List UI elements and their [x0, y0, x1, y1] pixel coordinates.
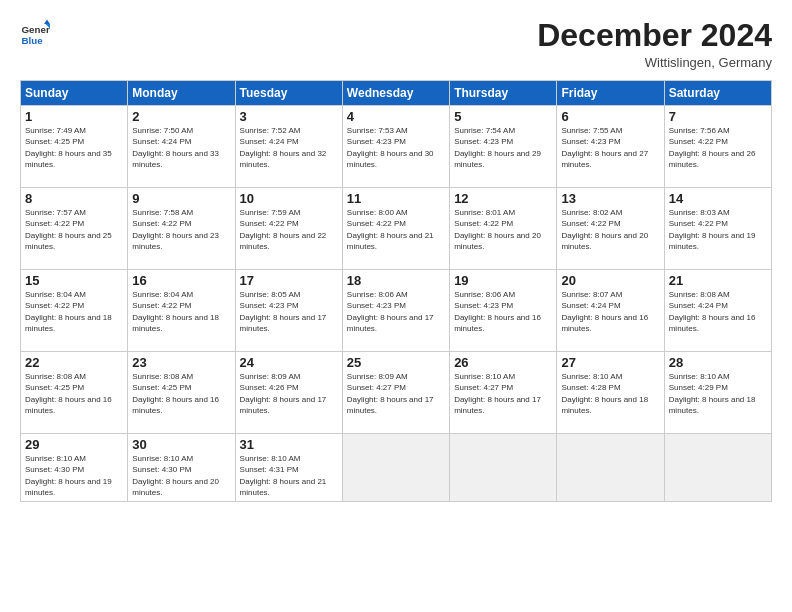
- day-number: 8: [25, 191, 123, 206]
- title-block: December 2024 Wittislingen, Germany: [537, 18, 772, 70]
- calendar-day-cell: 1Sunrise: 7:49 AMSunset: 4:25 PMDaylight…: [21, 106, 128, 188]
- calendar-week-row: 22Sunrise: 8:08 AMSunset: 4:25 PMDayligh…: [21, 352, 772, 434]
- calendar-day-cell: [342, 434, 449, 502]
- day-info: Sunrise: 8:08 AMSunset: 4:24 PMDaylight:…: [669, 289, 767, 334]
- calendar-day-cell: 2Sunrise: 7:50 AMSunset: 4:24 PMDaylight…: [128, 106, 235, 188]
- day-info: Sunrise: 8:10 AMSunset: 4:30 PMDaylight:…: [25, 453, 123, 498]
- day-info: Sunrise: 8:04 AMSunset: 4:22 PMDaylight:…: [25, 289, 123, 334]
- day-number: 13: [561, 191, 659, 206]
- day-info: Sunrise: 7:52 AMSunset: 4:24 PMDaylight:…: [240, 125, 338, 170]
- header: General Blue December 2024 Wittislingen,…: [20, 18, 772, 70]
- page: General Blue December 2024 Wittislingen,…: [0, 0, 792, 612]
- month-title: December 2024: [537, 18, 772, 53]
- day-number: 21: [669, 273, 767, 288]
- calendar-day-cell: 24Sunrise: 8:09 AMSunset: 4:26 PMDayligh…: [235, 352, 342, 434]
- day-number: 22: [25, 355, 123, 370]
- day-info: Sunrise: 8:00 AMSunset: 4:22 PMDaylight:…: [347, 207, 445, 252]
- calendar-day-cell: 25Sunrise: 8:09 AMSunset: 4:27 PMDayligh…: [342, 352, 449, 434]
- calendar-day-cell: 19Sunrise: 8:06 AMSunset: 4:23 PMDayligh…: [450, 270, 557, 352]
- day-number: 10: [240, 191, 338, 206]
- day-number: 25: [347, 355, 445, 370]
- calendar-day-cell: 11Sunrise: 8:00 AMSunset: 4:22 PMDayligh…: [342, 188, 449, 270]
- day-number: 14: [669, 191, 767, 206]
- day-number: 23: [132, 355, 230, 370]
- calendar-day-cell: 12Sunrise: 8:01 AMSunset: 4:22 PMDayligh…: [450, 188, 557, 270]
- day-info: Sunrise: 8:10 AMSunset: 4:27 PMDaylight:…: [454, 371, 552, 416]
- calendar-day-cell: 22Sunrise: 8:08 AMSunset: 4:25 PMDayligh…: [21, 352, 128, 434]
- day-number: 18: [347, 273, 445, 288]
- day-info: Sunrise: 7:54 AMSunset: 4:23 PMDaylight:…: [454, 125, 552, 170]
- day-info: Sunrise: 8:08 AMSunset: 4:25 PMDaylight:…: [25, 371, 123, 416]
- day-number: 29: [25, 437, 123, 452]
- calendar-week-row: 1Sunrise: 7:49 AMSunset: 4:25 PMDaylight…: [21, 106, 772, 188]
- day-info: Sunrise: 8:09 AMSunset: 4:26 PMDaylight:…: [240, 371, 338, 416]
- day-info: Sunrise: 8:09 AMSunset: 4:27 PMDaylight:…: [347, 371, 445, 416]
- day-number: 28: [669, 355, 767, 370]
- calendar-body: 1Sunrise: 7:49 AMSunset: 4:25 PMDaylight…: [21, 106, 772, 502]
- calendar-day-cell: 15Sunrise: 8:04 AMSunset: 4:22 PMDayligh…: [21, 270, 128, 352]
- day-number: 11: [347, 191, 445, 206]
- calendar-header-row: SundayMondayTuesdayWednesdayThursdayFrid…: [21, 81, 772, 106]
- day-info: Sunrise: 7:57 AMSunset: 4:22 PMDaylight:…: [25, 207, 123, 252]
- day-info: Sunrise: 8:10 AMSunset: 4:28 PMDaylight:…: [561, 371, 659, 416]
- calendar-day-cell: 27Sunrise: 8:10 AMSunset: 4:28 PMDayligh…: [557, 352, 664, 434]
- svg-marker-2: [44, 20, 50, 25]
- calendar-day-cell: 9Sunrise: 7:58 AMSunset: 4:22 PMDaylight…: [128, 188, 235, 270]
- day-number: 7: [669, 109, 767, 124]
- calendar-day-cell: 29Sunrise: 8:10 AMSunset: 4:30 PMDayligh…: [21, 434, 128, 502]
- calendar-day-header: Tuesday: [235, 81, 342, 106]
- day-info: Sunrise: 8:10 AMSunset: 4:31 PMDaylight:…: [240, 453, 338, 498]
- day-info: Sunrise: 8:06 AMSunset: 4:23 PMDaylight:…: [454, 289, 552, 334]
- day-number: 6: [561, 109, 659, 124]
- day-number: 30: [132, 437, 230, 452]
- day-number: 27: [561, 355, 659, 370]
- day-number: 3: [240, 109, 338, 124]
- calendar-day-cell: [557, 434, 664, 502]
- calendar-day-cell: 21Sunrise: 8:08 AMSunset: 4:24 PMDayligh…: [664, 270, 771, 352]
- logo-icon: General Blue: [20, 18, 50, 48]
- calendar-day-header: Sunday: [21, 81, 128, 106]
- day-number: 1: [25, 109, 123, 124]
- logo: General Blue: [20, 18, 50, 48]
- day-number: 2: [132, 109, 230, 124]
- calendar-day-cell: [664, 434, 771, 502]
- calendar-day-header: Saturday: [664, 81, 771, 106]
- calendar-day-cell: 20Sunrise: 8:07 AMSunset: 4:24 PMDayligh…: [557, 270, 664, 352]
- svg-text:Blue: Blue: [22, 35, 44, 46]
- day-info: Sunrise: 7:53 AMSunset: 4:23 PMDaylight:…: [347, 125, 445, 170]
- calendar-day-cell: 26Sunrise: 8:10 AMSunset: 4:27 PMDayligh…: [450, 352, 557, 434]
- calendar-day-cell: 6Sunrise: 7:55 AMSunset: 4:23 PMDaylight…: [557, 106, 664, 188]
- day-number: 4: [347, 109, 445, 124]
- svg-text:General: General: [22, 24, 51, 35]
- calendar-day-cell: 16Sunrise: 8:04 AMSunset: 4:22 PMDayligh…: [128, 270, 235, 352]
- calendar-day-cell: 10Sunrise: 7:59 AMSunset: 4:22 PMDayligh…: [235, 188, 342, 270]
- day-info: Sunrise: 8:01 AMSunset: 4:22 PMDaylight:…: [454, 207, 552, 252]
- calendar-day-cell: 23Sunrise: 8:08 AMSunset: 4:25 PMDayligh…: [128, 352, 235, 434]
- day-number: 16: [132, 273, 230, 288]
- calendar-day-cell: 28Sunrise: 8:10 AMSunset: 4:29 PMDayligh…: [664, 352, 771, 434]
- calendar-day-cell: 5Sunrise: 7:54 AMSunset: 4:23 PMDaylight…: [450, 106, 557, 188]
- day-info: Sunrise: 8:04 AMSunset: 4:22 PMDaylight:…: [132, 289, 230, 334]
- calendar-day-cell: 31Sunrise: 8:10 AMSunset: 4:31 PMDayligh…: [235, 434, 342, 502]
- day-info: Sunrise: 7:59 AMSunset: 4:22 PMDaylight:…: [240, 207, 338, 252]
- day-info: Sunrise: 8:02 AMSunset: 4:22 PMDaylight:…: [561, 207, 659, 252]
- calendar-day-header: Thursday: [450, 81, 557, 106]
- calendar-day-header: Monday: [128, 81, 235, 106]
- day-number: 26: [454, 355, 552, 370]
- day-number: 24: [240, 355, 338, 370]
- day-info: Sunrise: 7:58 AMSunset: 4:22 PMDaylight:…: [132, 207, 230, 252]
- calendar-day-cell: 7Sunrise: 7:56 AMSunset: 4:22 PMDaylight…: [664, 106, 771, 188]
- calendar-week-row: 15Sunrise: 8:04 AMSunset: 4:22 PMDayligh…: [21, 270, 772, 352]
- calendar-week-row: 8Sunrise: 7:57 AMSunset: 4:22 PMDaylight…: [21, 188, 772, 270]
- day-number: 31: [240, 437, 338, 452]
- day-number: 9: [132, 191, 230, 206]
- day-info: Sunrise: 8:05 AMSunset: 4:23 PMDaylight:…: [240, 289, 338, 334]
- calendar-day-cell: [450, 434, 557, 502]
- day-info: Sunrise: 7:50 AMSunset: 4:24 PMDaylight:…: [132, 125, 230, 170]
- calendar-day-header: Wednesday: [342, 81, 449, 106]
- location: Wittislingen, Germany: [537, 55, 772, 70]
- calendar-day-cell: 13Sunrise: 8:02 AMSunset: 4:22 PMDayligh…: [557, 188, 664, 270]
- day-info: Sunrise: 8:03 AMSunset: 4:22 PMDaylight:…: [669, 207, 767, 252]
- day-number: 5: [454, 109, 552, 124]
- calendar-day-cell: 18Sunrise: 8:06 AMSunset: 4:23 PMDayligh…: [342, 270, 449, 352]
